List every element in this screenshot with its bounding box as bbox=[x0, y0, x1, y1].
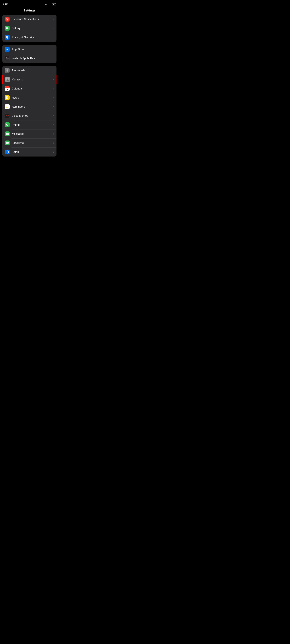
svg-point-29 bbox=[7, 108, 7, 108]
contacts-icon bbox=[5, 77, 10, 82]
privacy-security-chevron: › bbox=[53, 36, 54, 39]
settings-content: Exposure Notifications › Battery › bbox=[0, 15, 59, 156]
battery-indicator: 48 bbox=[52, 3, 56, 6]
app-store-chevron: › bbox=[53, 48, 54, 51]
svg-rect-35 bbox=[7, 115, 7, 117]
svg-rect-40 bbox=[6, 142, 8, 144]
notes-label: Notes bbox=[12, 96, 53, 99]
status-icons: 48 bbox=[45, 3, 56, 6]
app-store-label: App Store bbox=[12, 48, 53, 51]
exposure-notifications-chevron: › bbox=[53, 18, 54, 20]
phone-chevron: › bbox=[53, 124, 54, 126]
settings-group-store: App Store › Wallet & Apple Pay › bbox=[3, 45, 57, 63]
settings-row-app-store[interactable]: App Store › bbox=[3, 45, 57, 54]
svg-point-27 bbox=[7, 107, 7, 107]
status-time: 7:09 bbox=[3, 3, 8, 6]
svg-rect-13 bbox=[8, 58, 8, 59]
settings-row-reminders[interactable]: Reminders › bbox=[3, 102, 57, 111]
settings-row-safari[interactable]: Safari › bbox=[3, 148, 57, 156]
messages-icon bbox=[5, 132, 10, 136]
phone-icon bbox=[5, 122, 10, 127]
wallet-chevron: › bbox=[53, 57, 54, 60]
settings-row-facetime[interactable]: FaceTime › bbox=[3, 138, 57, 148]
battery-label: Battery bbox=[12, 27, 53, 30]
privacy-security-icon bbox=[5, 35, 10, 40]
passwords-label: Passwords bbox=[12, 69, 53, 72]
signal-bars-icon bbox=[45, 3, 48, 5]
svg-point-2 bbox=[6, 18, 7, 19]
svg-point-5 bbox=[8, 20, 9, 20]
safari-icon bbox=[5, 150, 10, 154]
reminders-chevron: › bbox=[53, 105, 54, 108]
svg-rect-33 bbox=[6, 116, 6, 116]
notes-icon bbox=[5, 95, 10, 100]
settings-row-messages[interactable]: Messages › bbox=[3, 129, 57, 138]
settings-group-system: Exposure Notifications › Battery › bbox=[3, 15, 57, 42]
svg-rect-39 bbox=[9, 116, 9, 116]
contacts-label: Contacts bbox=[12, 78, 53, 81]
settings-row-exposure-notifications[interactable]: Exposure Notifications › bbox=[3, 15, 57, 24]
reminders-icon bbox=[5, 104, 10, 109]
privacy-security-label: Privacy & Security bbox=[12, 36, 53, 39]
settings-row-calendar[interactable]: SUN 3 Calendar › bbox=[3, 84, 57, 93]
voice-memos-chevron: › bbox=[53, 114, 54, 117]
svg-rect-10 bbox=[6, 28, 8, 29]
contacts-chevron: › bbox=[53, 78, 54, 81]
facetime-chevron: › bbox=[53, 142, 54, 144]
svg-point-6 bbox=[7, 18, 8, 18]
settings-row-voice-memos[interactable]: Voice Memos › bbox=[3, 111, 57, 120]
settings-row-privacy-security[interactable]: Privacy & Security › bbox=[3, 33, 57, 42]
battery-icon bbox=[5, 26, 10, 31]
svg-rect-15 bbox=[6, 57, 7, 58]
svg-point-25 bbox=[7, 106, 7, 106]
settings-row-battery[interactable]: Battery › bbox=[3, 24, 57, 33]
safari-chevron: › bbox=[53, 150, 54, 153]
settings-row-passwords[interactable]: Passwords › bbox=[3, 66, 57, 75]
voice-memos-label: Voice Memos bbox=[12, 114, 53, 118]
messages-label: Messages bbox=[12, 132, 53, 136]
svg-point-7 bbox=[7, 20, 8, 21]
settings-row-wallet[interactable]: Wallet & Apple Pay › bbox=[3, 54, 57, 63]
voice-memos-icon bbox=[5, 113, 10, 118]
svg-point-1 bbox=[7, 19, 8, 20]
phone-label: Phone bbox=[12, 123, 53, 126]
page-title: Settings bbox=[0, 7, 59, 15]
settings-row-contacts[interactable]: Contacts › bbox=[3, 75, 57, 84]
status-bar: 7:09 48 bbox=[0, 0, 59, 7]
exposure-notifications-icon bbox=[5, 17, 10, 22]
messages-chevron: › bbox=[53, 132, 54, 135]
svg-rect-34 bbox=[6, 115, 7, 116]
facetime-icon bbox=[5, 140, 10, 145]
settings-row-notes[interactable]: Notes › bbox=[3, 93, 57, 102]
facetime-label: FaceTime bbox=[12, 142, 53, 144]
svg-point-17 bbox=[7, 71, 8, 71]
svg-rect-37 bbox=[8, 115, 8, 116]
reminders-label: Reminders bbox=[12, 105, 53, 108]
wifi-icon bbox=[48, 3, 51, 5]
svg-rect-38 bbox=[8, 115, 8, 116]
app-store-icon bbox=[5, 47, 10, 52]
wallet-icon bbox=[5, 56, 10, 61]
battery-chevron: › bbox=[53, 27, 54, 30]
passwords-icon bbox=[5, 68, 10, 73]
svg-point-19 bbox=[7, 79, 8, 80]
wallet-label: Wallet & Apple Pay bbox=[12, 57, 53, 60]
svg-rect-9 bbox=[8, 28, 9, 28]
settings-group-apps: Passwords › Contacts › SUN 3 bbox=[3, 66, 57, 156]
svg-point-4 bbox=[6, 20, 7, 20]
exposure-notifications-label: Exposure Notifications bbox=[12, 18, 53, 21]
calendar-icon: SUN 3 bbox=[5, 86, 10, 91]
calendar-chevron: › bbox=[53, 87, 54, 90]
notes-chevron: › bbox=[53, 96, 54, 99]
settings-row-phone[interactable]: Phone › bbox=[3, 120, 57, 129]
passwords-chevron: › bbox=[53, 69, 54, 72]
svg-rect-36 bbox=[7, 115, 8, 116]
safari-label: Safari bbox=[12, 150, 53, 154]
svg-point-3 bbox=[8, 18, 9, 19]
calendar-label: Calendar bbox=[12, 87, 53, 90]
